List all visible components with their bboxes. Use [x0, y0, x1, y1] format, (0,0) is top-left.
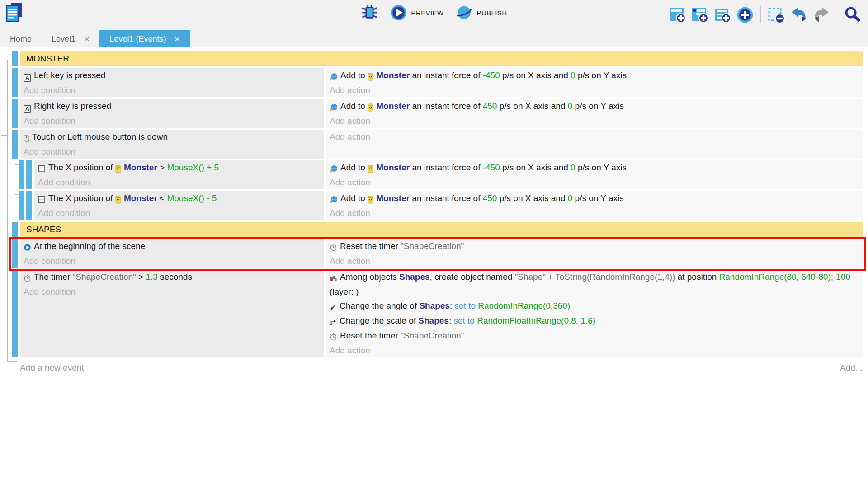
action[interactable]: Add to Monster an instant force of -450 … — [330, 160, 859, 175]
event-handle[interactable] — [12, 222, 18, 237]
action[interactable]: Among objects Shapes, create object name… — [330, 270, 859, 299]
text-segment: Monster — [376, 70, 410, 80]
keyboard-icon: A — [24, 69, 31, 83]
add-event-button[interactable] — [668, 6, 686, 24]
text-segment: Add to — [340, 70, 368, 80]
event-handle[interactable] — [26, 191, 32, 220]
preview-button[interactable]: PREVIEW — [390, 4, 444, 21]
group-title[interactable]: MONSTER — [20, 51, 863, 66]
event-row: The X position of Monster < MouseX() - 5… — [0, 191, 863, 220]
position-icon — [38, 161, 46, 175]
text-segment: The X position of — [48, 193, 115, 203]
event-row: At the beginning of the sceneAdd conditi… — [0, 239, 863, 268]
event-row: The timer "ShapeCreation" > 1.3 secondsA… — [0, 270, 863, 357]
text-segment: an instant force of — [410, 101, 483, 111]
text-segment: RandomFloatInRange(0.8, 1.6) — [477, 316, 595, 325]
text-segment: p/s on X axis and — [500, 163, 571, 172]
condition[interactable]: Touch or Left mouse button is down — [24, 130, 321, 145]
action[interactable]: Reset the timer "ShapeCreation" — [330, 328, 859, 343]
text-segment: Add to — [340, 163, 368, 172]
add-action-button[interactable]: Add action — [330, 114, 859, 128]
add-new-event-button[interactable]: Add a new event — [20, 363, 84, 373]
action[interactable]: Add to Monster an instant force of 450 p… — [330, 99, 859, 114]
events-sheet: MONSTERALeft key is pressedAdd condition… — [0, 47, 868, 373]
event-handle[interactable] — [19, 191, 24, 220]
monster-icon — [368, 100, 373, 114]
add-condition-button[interactable]: Add condition — [38, 206, 321, 220]
text-segment: At the beginning of the scene — [34, 241, 145, 251]
event-handle[interactable] — [26, 160, 32, 189]
redo-button[interactable] — [812, 6, 830, 24]
add-action-button[interactable]: Add action — [330, 206, 859, 220]
event-handle[interactable] — [12, 130, 18, 159]
debug-icon[interactable] — [361, 4, 378, 21]
app-menu-icon[interactable] — [4, 2, 24, 23]
tab-level1[interactable]: Level1✕ — [42, 30, 99, 47]
event-handle[interactable] — [12, 68, 18, 97]
condition[interactable]: ALeft key is pressed — [24, 68, 321, 83]
event-row: Touch or Left mouse button is downAdd co… — [0, 130, 863, 159]
text-segment: > — [136, 272, 146, 282]
event-handle[interactable] — [19, 160, 24, 189]
tab-level1-events[interactable]: Level1 (Events)✕ — [99, 30, 190, 47]
text-segment: 0 — [571, 70, 576, 80]
monster-icon — [115, 192, 121, 206]
action[interactable]: Add to Monster an instant force of -450 … — [330, 68, 859, 83]
add-condition-button[interactable]: Add condition — [24, 83, 321, 97]
tab-home[interactable]: Home — [0, 30, 42, 47]
condition[interactable]: The X position of Monster > MouseX() + 5 — [38, 160, 321, 175]
add-subevent-button[interactable] — [691, 6, 709, 24]
search-button[interactable] — [844, 6, 862, 24]
condition[interactable]: ARight key is pressed — [24, 99, 321, 114]
timer-icon — [24, 271, 31, 285]
action[interactable]: Change the angle of Shapes: set to Rando… — [330, 299, 859, 314]
event-handle[interactable] — [12, 239, 18, 268]
text-segment: "Shape" + ToString(RandomInRange(1,4)) — [515, 272, 675, 282]
add-action-button[interactable]: Add action — [330, 254, 859, 268]
publish-button[interactable]: PUBLISH — [455, 4, 507, 21]
delete-selection-button[interactable] — [767, 6, 785, 24]
event-handle[interactable] — [12, 270, 18, 357]
condition[interactable]: At the beginning of the scene — [24, 239, 321, 254]
add-condition-button[interactable]: Add condition — [24, 254, 321, 268]
add-condition-button[interactable]: Add condition — [38, 175, 321, 189]
timer-icon — [330, 329, 337, 343]
conditions-cell: Touch or Left mouse button is downAdd co… — [20, 130, 324, 159]
event-handle[interactable] — [12, 99, 18, 128]
condition[interactable]: The X position of Monster < MouseX() - 5 — [38, 191, 321, 206]
text-segment: an instant force of — [410, 193, 483, 203]
group-title[interactable]: SHAPES — [20, 222, 863, 237]
add-action-button[interactable]: Add action — [330, 83, 859, 97]
add-condition-button[interactable]: Add condition — [24, 114, 321, 128]
timer-icon — [330, 240, 337, 254]
add-action-button[interactable]: Add action — [330, 175, 859, 189]
add-condition-button[interactable]: Add condition — [24, 285, 321, 299]
undo-button[interactable] — [790, 6, 808, 24]
actions-cell: Add to Monster an instant force of -450 … — [326, 68, 863, 97]
tab-close-button[interactable]: ✕ — [175, 35, 180, 43]
action[interactable]: Change the scale of Shapes: set to Rando… — [330, 314, 859, 328]
angle-icon — [330, 300, 337, 314]
text-segment: 0 — [568, 101, 573, 111]
conditions-cell: The X position of Monster < MouseX() - 5… — [34, 191, 324, 220]
conditions-cell: At the beginning of the sceneAdd conditi… — [20, 239, 324, 268]
event-handle[interactable] — [12, 51, 18, 66]
add-condition-button[interactable]: Add condition — [24, 145, 321, 159]
force-icon — [330, 192, 338, 206]
publish-globe-icon — [455, 4, 472, 21]
add-new-button[interactable] — [736, 6, 754, 24]
condition[interactable]: The timer "ShapeCreation" > 1.3 seconds — [24, 270, 321, 285]
add-action-button[interactable]: Add action — [330, 130, 859, 144]
scene-start-icon — [24, 240, 31, 254]
add-more-button[interactable]: Add... — [840, 363, 863, 373]
conditions-cell: ALeft key is pressedAdd condition — [20, 68, 324, 97]
text-segment: set to — [455, 301, 478, 310]
add-action-button[interactable]: Add action — [330, 343, 859, 357]
text-segment: > — [157, 163, 167, 172]
action[interactable]: Add to Monster an instant force of 450 p… — [330, 191, 859, 206]
action[interactable]: Reset the timer "ShapeCreation" — [330, 239, 859, 254]
text-segment: p/s on X axis and — [497, 193, 567, 203]
tab-close-button[interactable]: ✕ — [84, 35, 90, 43]
add-comment-button[interactable] — [713, 6, 731, 24]
text-segment: The timer — [34, 272, 73, 282]
